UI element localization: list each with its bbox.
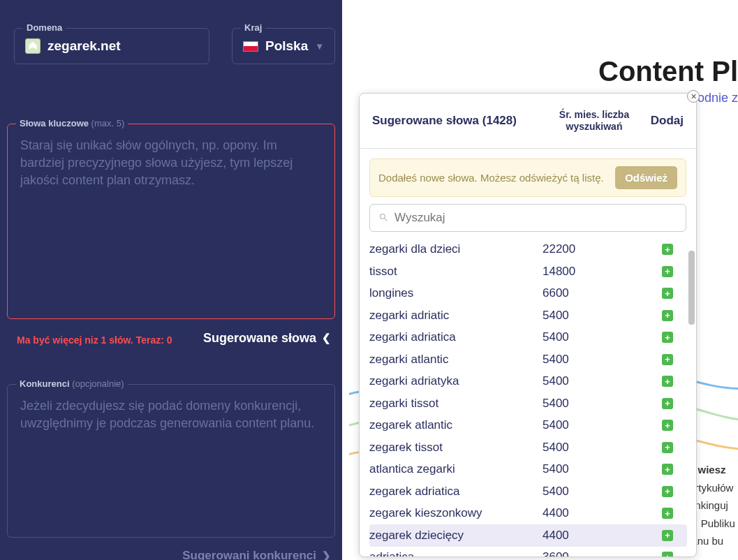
searches-cell: 5400 (543, 353, 662, 367)
country-value: Polska (265, 38, 308, 54)
country-fieldset: Kraj Polska ▼ (232, 28, 335, 64)
country-select[interactable]: Polska ▼ (233, 29, 334, 64)
add-button[interactable]: + (662, 332, 673, 343)
suggestion-row[interactable]: zegarek tissot5400+ (369, 436, 687, 459)
keyword-cell: zegarki adriatyka (369, 374, 543, 388)
keyword-cell: atlantica zegarki (369, 462, 543, 476)
suggested-words-link[interactable]: Sugerowane słowa ❮ (203, 331, 331, 346)
searches-cell: 22200 (543, 242, 662, 256)
panel-col-searches: Śr. mies. liczba wyszukiwań (547, 109, 642, 133)
close-button[interactable]: ✕ (687, 90, 700, 103)
keyword-cell: zegarek atlantic (369, 418, 543, 432)
suggestion-row[interactable]: zegarek dziecięcy4400+ (369, 524, 687, 547)
add-button[interactable]: + (662, 530, 673, 541)
page-title: Content Pl (342, 0, 738, 87)
suggestion-row[interactable]: atlantica zegarki5400+ (369, 459, 687, 481)
keyword-cell: tissot (369, 265, 543, 279)
add-button[interactable]: + (662, 442, 673, 453)
searches-cell: 5400 (543, 330, 662, 344)
suggestion-row[interactable]: zegarki dla dzieci22200+ (369, 239, 687, 261)
add-button[interactable]: + (662, 244, 673, 255)
keyword-cell: zegarek adriatica (369, 485, 543, 499)
searches-cell: 6600 (543, 286, 662, 300)
refresh-bar: Dodałeś nowe słowa. Możesz odświeżyć tą … (369, 159, 686, 197)
chevron-down-icon: ▼ (315, 41, 324, 52)
searches-cell: 3600 (543, 550, 662, 557)
searches-cell: 4400 (543, 529, 662, 543)
keyword-cell: adriatica (369, 550, 543, 557)
search-wrap[interactable] (369, 204, 686, 232)
keyword-cell: longines (369, 286, 543, 300)
domain-fieldset: Domena zegarek.net (14, 28, 209, 64)
keyword-cell: zegarki tissot (369, 397, 543, 411)
keyword-cell: zegarek dziecięcy (369, 529, 543, 543)
search-input[interactable] (394, 211, 677, 225)
suggestion-row[interactable]: zegarki atlantic5400+ (369, 348, 687, 371)
keyword-cell: zegarki adriatica (369, 330, 543, 344)
flag-poland-icon (243, 41, 258, 52)
suggestion-row[interactable]: zegarki adriatic5400+ (369, 304, 687, 327)
keywords-error: Ma być więcej niz 1 słów. Teraz: 0 (17, 334, 172, 346)
searches-cell: 5400 (543, 309, 662, 323)
scrollbar-thumb[interactable] (688, 251, 695, 325)
suggestion-row[interactable]: adriatica3600+ (369, 547, 687, 557)
chevron-left-icon: ❮ (322, 332, 331, 344)
searches-cell: 14800 (543, 265, 662, 279)
panel-title: Sugerowane słowa (1428) (372, 114, 547, 128)
add-button[interactable]: + (662, 288, 673, 299)
suggestion-row[interactable]: zegarki tissot5400+ (369, 392, 687, 415)
searches-cell: 5400 (543, 374, 662, 388)
competitors-fieldset[interactable]: Konkurenci (opcjonalnie) Jeżeli zdecyduj… (7, 384, 335, 538)
searches-cell: 4400 (543, 506, 662, 520)
search-icon (378, 212, 389, 223)
keywords-fieldset[interactable]: Słowa kluczowe (max. 5) Staraj się unika… (7, 124, 335, 319)
searches-cell: 5400 (543, 418, 662, 432)
suggestion-row[interactable]: zegarek kieszonkowy4400+ (369, 503, 687, 525)
keyword-cell: zegarki dla dzieci (369, 242, 543, 256)
refresh-msg: Dodałeś nowe słowa. Możesz odświeżyć tą … (378, 172, 604, 184)
domain-value: zegarek.net (47, 38, 121, 54)
suggestion-row[interactable]: zegarki adriatica5400+ (369, 327, 687, 349)
suggested-competitors-link[interactable]: Sugerowani konkurenci ❯ (0, 545, 342, 560)
suggestion-row[interactable]: tissot14800+ (369, 260, 687, 283)
add-button[interactable]: + (662, 354, 673, 365)
add-button[interactable]: + (662, 464, 673, 475)
add-button[interactable]: + (662, 266, 673, 277)
add-button[interactable]: + (662, 508, 673, 519)
competitors-label: Konkurenci (opcjonalnie) (16, 378, 128, 389)
refresh-button[interactable]: Odśwież (615, 166, 677, 189)
keyword-cell: zegarki adriatic (369, 309, 543, 323)
country-label: Kraj (241, 22, 265, 33)
domain-label: Domena (23, 22, 66, 33)
sidebar: Domena zegarek.net Kraj Polska ▼ Słowa k… (0, 0, 342, 560)
searches-cell: 5400 (543, 397, 662, 411)
searches-cell: 5400 (543, 441, 662, 455)
searches-cell: 5400 (543, 462, 662, 476)
domain-input-wrap[interactable]: zegarek.net (15, 29, 209, 64)
suggestion-row[interactable]: longines6600+ (369, 283, 687, 305)
add-button[interactable]: + (662, 398, 673, 409)
suggestion-row[interactable]: zegarek atlantic5400+ (369, 415, 687, 437)
keyword-cell: zegarek tissot (369, 441, 543, 455)
add-button[interactable]: + (662, 486, 673, 497)
add-button[interactable]: + (662, 552, 673, 557)
add-button[interactable]: + (662, 310, 673, 321)
panel-col-add: Dodaj (642, 114, 684, 128)
keywords-label: Słowa kluczowe (max. 5) (16, 118, 128, 128)
scrollbar[interactable] (688, 251, 695, 557)
keyword-cell: zegarek kieszonkowy (369, 506, 543, 520)
keyword-cell: zegarki atlantic (369, 353, 543, 367)
site-favicon (25, 38, 40, 54)
competitors-placeholder: Jeżeli zdecydujesz się podać domeny konk… (8, 385, 334, 445)
keywords-placeholder: Staraj się unikać słów ogólnych, np. opo… (8, 124, 334, 202)
panel-header: Sugerowane słowa (1428) Śr. mies. liczba… (360, 94, 696, 149)
add-button[interactable]: + (662, 376, 673, 387)
chevron-right-icon: ❯ (322, 550, 331, 560)
searches-cell: 5400 (543, 485, 662, 499)
suggestion-row[interactable]: zegarki adriatyka5400+ (369, 371, 687, 393)
add-button[interactable]: + (662, 420, 673, 431)
suggestions-panel: ✕ Sugerowane słowa (1428) Śr. mies. licz… (359, 93, 697, 557)
suggestion-row[interactable]: zegarek adriatica5400+ (369, 480, 687, 503)
suggestions-list: zegarki dla dzieci22200+tissot14800+long… (369, 239, 695, 557)
